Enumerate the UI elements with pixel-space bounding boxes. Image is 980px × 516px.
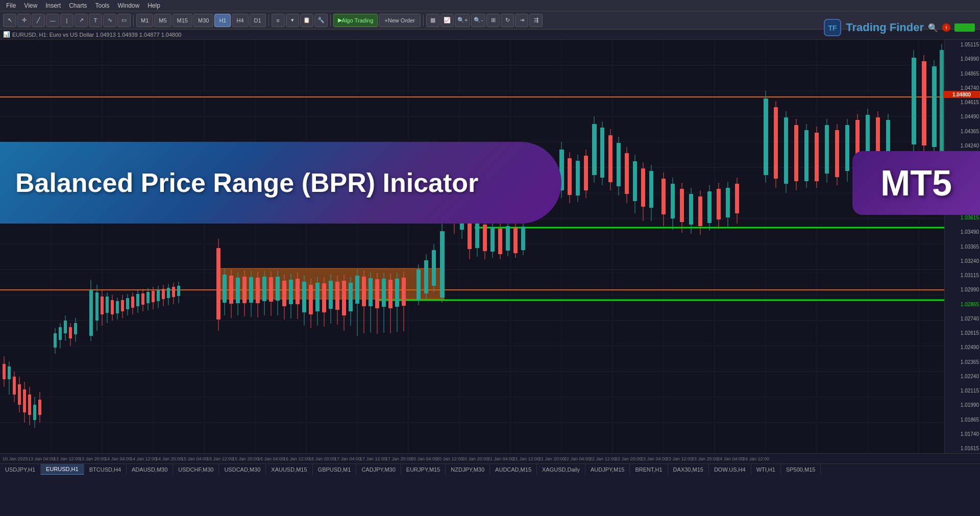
svg-rect-177 <box>483 225 487 251</box>
menu-tools[interactable]: Tools <box>91 2 114 9</box>
tab-xagusd-daily[interactable]: XAGUSD,Daily <box>537 464 585 475</box>
indicator-btn[interactable]: 🔧 <box>314 14 328 27</box>
tab-brent-h1[interactable]: BRENT,H1 <box>630 464 668 475</box>
menu-help[interactable]: Help <box>143 2 164 9</box>
rect-tool[interactable]: ▭ <box>117 14 131 27</box>
svg-rect-85 <box>136 294 139 306</box>
tab-adausd-m30[interactable]: ADAUSD,M30 <box>127 464 173 475</box>
tf-d1[interactable]: D1 <box>250 14 266 27</box>
fib-tool[interactable]: ∿ <box>103 14 116 27</box>
svg-rect-53 <box>33 405 36 420</box>
svg-rect-43 <box>8 366 11 379</box>
svg-rect-49 <box>23 389 26 412</box>
tab-dax30-m15[interactable]: DAX30,M15 <box>668 464 709 475</box>
svg-rect-107 <box>229 276 233 304</box>
tab-nzdjpy-m30[interactable]: NZDJPY,M30 <box>446 464 490 475</box>
tab-xauusd-m15[interactable]: XAUUSD,M15 <box>266 464 312 475</box>
tab-usdcad-m30[interactable]: USDCAD,M30 <box>219 464 266 475</box>
tf-m5[interactable]: M5 <box>154 14 171 27</box>
menu-window[interactable]: Window <box>114 2 144 9</box>
current-price-marker: 1.04800 <box>943 91 980 98</box>
svg-rect-195 <box>584 156 588 190</box>
svg-rect-153 <box>382 279 386 307</box>
vline-tool[interactable]: | <box>60 14 74 27</box>
chart-type-bar[interactable]: ≡ <box>272 14 285 27</box>
price-label-16: 1.03240 <box>946 258 979 264</box>
svg-rect-191 <box>568 158 572 195</box>
menu-view[interactable]: View <box>20 2 41 9</box>
svg-rect-199 <box>600 128 604 178</box>
tab-usdchf-m30[interactable]: USDCHF,M30 <box>173 464 219 475</box>
menu-charts[interactable]: Charts <box>65 2 91 9</box>
new-order-btn[interactable]: + New Order <box>379 14 421 27</box>
chart-type-dropdown[interactable]: ▾ <box>286 14 299 27</box>
svg-rect-125 <box>289 280 293 304</box>
arrow-tool[interactable]: ↗ <box>75 14 88 27</box>
template-btn[interactable]: 📋 <box>300 14 313 27</box>
tab-cadjpy-m30[interactable]: CADJPY,M30 <box>356 464 401 475</box>
svg-rect-137 <box>329 281 333 309</box>
time-label-5: 14 Jan 04:00 <box>105 456 131 461</box>
svg-rect-115 <box>256 278 260 303</box>
svg-rect-83 <box>131 297 134 308</box>
price-label-29: 1.01615 <box>946 446 979 451</box>
time-label-6: 14 Jan 12:00 <box>130 456 157 461</box>
algo-trading-btn[interactable]: ▶ Algo Trading <box>333 14 378 27</box>
tab-sp500-m15[interactable]: SP500,M15 <box>781 464 821 475</box>
zoom-bar-btn[interactable]: ▦ <box>426 14 439 27</box>
search-icon[interactable]: 🔍 <box>928 23 938 33</box>
svg-rect-45 <box>13 377 16 395</box>
tab-usdjpy-h1[interactable]: USDJPY,H1 <box>0 464 41 475</box>
tf-m15[interactable]: M15 <box>173 14 192 27</box>
price-label-15: 1.03365 <box>946 244 979 250</box>
line-tool[interactable]: ╱ <box>32 14 45 27</box>
zoom-out-btn[interactable]: 🔍- <box>471 14 485 27</box>
svg-rect-75 <box>111 300 114 314</box>
svg-rect-91 <box>152 291 155 302</box>
cursor-tool[interactable]: ↖ <box>3 14 16 27</box>
scroll-end-btn[interactable]: ⇶ <box>529 14 543 27</box>
logo-icon: TF <box>823 18 842 37</box>
grid-btn[interactable]: ⊞ <box>486 14 500 27</box>
svg-rect-59 <box>59 327 62 340</box>
chart-mode-btn[interactable]: 📈 <box>440 14 454 27</box>
svg-rect-111 <box>242 277 247 303</box>
tab-audcad-m15[interactable]: AUDCAD,M15 <box>490 464 537 475</box>
menu-file[interactable]: File <box>2 2 20 9</box>
svg-rect-101 <box>177 286 180 296</box>
price-label-18: 1.02990 <box>946 287 979 292</box>
price-label-26: 1.01990 <box>946 402 979 408</box>
tab-wti-h1[interactable]: WTI,H1 <box>751 464 781 475</box>
price-label-13: 1.03615 <box>946 215 979 220</box>
tab-btcusd-h4[interactable]: BTCUSD,H4 <box>84 464 127 475</box>
svg-rect-51 <box>28 395 31 415</box>
auto-scroll-btn[interactable]: ↻ <box>501 14 514 27</box>
time-label-26: 23 Jan 04:00 <box>641 456 667 461</box>
svg-rect-201 <box>608 135 612 182</box>
svg-rect-181 <box>498 229 502 254</box>
svg-rect-61 <box>64 321 67 333</box>
text-tool[interactable]: T <box>89 14 102 27</box>
menu-insert[interactable]: Insert <box>41 2 65 9</box>
bottom-tabs: USDJPY,H1 EURUSD,H1 BTCUSD,H4 ADAUSD,M30… <box>0 463 980 475</box>
time-label-23: 22 Jan 04:00 <box>564 456 591 461</box>
scroll-right-btn[interactable]: ⇥ <box>515 14 528 27</box>
hline-tool[interactable]: — <box>46 14 59 27</box>
svg-text:TF: TF <box>828 24 838 32</box>
tab-dow-us-h4[interactable]: DOW.US,H4 <box>709 464 751 475</box>
sep4 <box>423 15 424 26</box>
tf-h1[interactable]: H1 <box>214 14 231 27</box>
svg-rect-113 <box>249 277 253 303</box>
svg-rect-145 <box>355 276 359 304</box>
tab-eurusd-h1[interactable]: EURUSD,H1 <box>41 464 84 475</box>
tf-h4[interactable]: H4 <box>232 14 248 27</box>
zoom-in-btn[interactable]: 🔍+ <box>455 14 470 27</box>
tab-eurjpy-m15[interactable]: EURJPY,M15 <box>401 464 446 475</box>
price-label-28: 1.01740 <box>946 431 979 437</box>
tab-gbpusd-m1[interactable]: GBPUSD,M1 <box>313 464 357 475</box>
crosshair-tool[interactable]: ✛ <box>17 14 31 27</box>
tf-m30[interactable]: M30 <box>193 14 213 27</box>
tf-m1[interactable]: M1 <box>136 14 153 27</box>
svg-rect-87 <box>141 293 144 305</box>
tab-audjpy-m15[interactable]: AUDJPY,M15 <box>585 464 630 475</box>
